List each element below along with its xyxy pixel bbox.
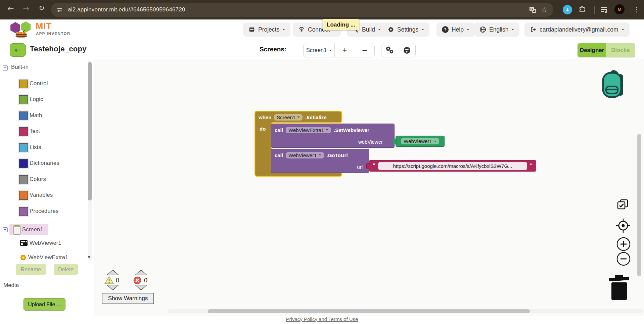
collapse-screen1-icon[interactable] bbox=[3, 227, 8, 232]
show-warnings-button[interactable]: Show Warnings bbox=[102, 293, 154, 304]
upload-file-button[interactable]: Upload File ... bbox=[24, 298, 65, 311]
setwebviewer-component-dropdown[interactable]: WebViewExtra1 bbox=[286, 127, 331, 133]
browser-profile-avatar[interactable]: M bbox=[614, 4, 625, 14]
browser-menu-icon[interactable]: ⋮ bbox=[633, 5, 640, 13]
globe-icon bbox=[479, 26, 486, 33]
gears-icon bbox=[385, 46, 394, 54]
add-screen-button[interactable]: + bbox=[334, 43, 355, 57]
palette-item-control[interactable]: Control bbox=[0, 79, 87, 88]
warnings-scroll-down-button[interactable] bbox=[107, 285, 119, 290]
lists-color-swatch bbox=[19, 143, 28, 152]
screen-selector-dropdown[interactable]: Screen1 bbox=[304, 43, 334, 57]
palette-item-lists[interactable]: Lists bbox=[0, 143, 87, 152]
trash-icon[interactable] bbox=[608, 274, 630, 300]
webviewer1-label[interactable]: WebViewer1 bbox=[30, 240, 61, 246]
language-menu-button[interactable]: English bbox=[474, 22, 519, 37]
avatar-letter: M bbox=[617, 7, 622, 12]
extensions-puzzle-icon[interactable] bbox=[578, 5, 586, 13]
warnings-scroll-up-button[interactable] bbox=[107, 270, 119, 275]
screens-label: Screens: bbox=[260, 46, 286, 53]
site-settings-icon[interactable] bbox=[56, 6, 63, 13]
palette-item-math[interactable]: Math bbox=[0, 111, 87, 120]
palette-item-logic[interactable]: Logic bbox=[0, 95, 87, 104]
language-label: English bbox=[489, 26, 508, 33]
arrange-blocks-icon[interactable] bbox=[617, 198, 629, 211]
palette-item-colors[interactable]: Colors bbox=[0, 175, 87, 184]
gotourl-component-dropdown[interactable]: WebViewer1 bbox=[286, 152, 324, 158]
url-text: ai2.appinventor.mit.edu/#646565095964672… bbox=[68, 6, 185, 13]
app-toolbar: MIT APP INVENTOR Projects Connect bbox=[0, 19, 644, 40]
remove-screen-button[interactable]: − bbox=[355, 43, 374, 57]
publish-globe-icon bbox=[403, 46, 411, 54]
built-in-section-label: Built-in bbox=[11, 64, 29, 70]
webviewextra1-tree-item[interactable] bbox=[19, 254, 27, 263]
errors-scroll-up-button[interactable] bbox=[135, 270, 147, 275]
publish-to-gallery-button[interactable] bbox=[398, 43, 415, 57]
projects-menu-button[interactable]: Projects bbox=[243, 22, 290, 37]
call-keyword: call bbox=[275, 152, 283, 158]
when-block-header: when Screen1 .Initialize bbox=[259, 112, 327, 122]
app-inventor-window: ← → ↻ ai2.appinventor.mit.edu/#646565095… bbox=[0, 0, 644, 324]
center-blocks-target-icon[interactable] bbox=[615, 218, 631, 233]
palette-item-variables[interactable]: Variables bbox=[0, 191, 87, 200]
privacy-policy-link[interactable]: Privacy Policy and Terms of Use bbox=[286, 316, 358, 322]
address-bar[interactable]: ai2.appinventor.mit.edu/#646565095964672… bbox=[51, 3, 553, 17]
when-component-dropdown[interactable]: Screen1 bbox=[274, 114, 303, 121]
sidebar-scroll-down-icon[interactable]: ▼ bbox=[88, 255, 90, 259]
browser-back-icon[interactable]: ← bbox=[5, 4, 16, 13]
text-color-swatch bbox=[19, 127, 28, 136]
help-label: Help bbox=[452, 26, 464, 33]
do-label: do bbox=[260, 126, 266, 132]
projects-label: Projects bbox=[258, 26, 279, 33]
settings-label: Settings bbox=[397, 26, 418, 33]
zoom-out-icon[interactable] bbox=[616, 251, 631, 266]
gotourl-method-name: .GoToUrl bbox=[327, 152, 348, 158]
webviewer1-dropdown[interactable]: WebViewer1 bbox=[401, 138, 439, 144]
collapse-built-in-icon[interactable] bbox=[3, 65, 8, 71]
url-text-string-block[interactable]: " https://script.google.com/macros/s/AKf… bbox=[369, 160, 536, 172]
blocks-canvas[interactable]: when Screen1 .Initialize do call WebView… bbox=[94, 59, 644, 316]
translate-icon[interactable]: G bbox=[529, 6, 536, 13]
download-icon[interactable]: ↓ bbox=[563, 5, 572, 14]
browser-reload-icon[interactable]: ↻ bbox=[36, 4, 47, 12]
webviewextra1-label[interactable]: WebViewExtra1 bbox=[28, 254, 68, 261]
canvas-horizontal-scrollbar-thumb[interactable] bbox=[208, 309, 530, 313]
caret-down-icon bbox=[282, 29, 285, 32]
blocks-palette-sidebar: Built-in Control Logic Math Text Lists D… bbox=[0, 59, 94, 316]
webviewer1-component-block[interactable]: WebViewer1 bbox=[396, 136, 445, 147]
call-setwebviewer-block[interactable]: call WebViewExtra1 .SetWebviewer webView… bbox=[271, 124, 395, 148]
caret-down-icon bbox=[329, 50, 332, 52]
designer-view-button[interactable]: Designer bbox=[578, 43, 606, 57]
project-properties-button[interactable] bbox=[381, 43, 398, 57]
url-text-field[interactable]: https://script.google.com/macros/s/AKfyc… bbox=[378, 162, 527, 170]
screen-selector-value: Screen1 bbox=[306, 47, 327, 53]
settings-menu-button[interactable]: Settings bbox=[382, 22, 429, 37]
when-event-name: .Initialize bbox=[305, 114, 326, 120]
delete-button[interactable]: Delete bbox=[54, 264, 78, 275]
call-gotourl-block[interactable]: call WebViewer1 .GoToUrl url bbox=[271, 149, 369, 173]
palette-item-procedures[interactable]: Procedures bbox=[0, 207, 87, 216]
backpack-icon[interactable] bbox=[601, 69, 626, 100]
screen1-label[interactable]: Screen1 bbox=[22, 226, 43, 233]
errors-scroll-down-button[interactable] bbox=[135, 285, 147, 290]
screen-controls-group: Screen1 + − bbox=[303, 43, 375, 57]
rename-button[interactable]: Rename bbox=[16, 264, 46, 275]
sidebar-scrollbar-thumb[interactable] bbox=[88, 62, 92, 200]
help-menu-button[interactable]: ? Help bbox=[436, 22, 475, 37]
account-menu-button[interactable]: cardaplandelivery@gmail.com bbox=[524, 22, 630, 37]
control-color-swatch bbox=[19, 80, 28, 88]
bookmark-star-icon[interactable]: ☆ bbox=[541, 6, 547, 14]
blocks-view-button[interactable]: Blocks bbox=[606, 43, 635, 57]
palette-label: Text bbox=[30, 128, 40, 134]
back-to-projects-button[interactable]: ← bbox=[10, 43, 26, 57]
media-playlist-icon[interactable] bbox=[600, 5, 608, 14]
palette-item-dictionaries[interactable]: Dictionaries bbox=[0, 159, 87, 168]
browser-forward-icon[interactable]: → bbox=[21, 4, 32, 13]
zoom-in-icon[interactable] bbox=[616, 237, 631, 251]
palette-item-text[interactable]: Text bbox=[0, 127, 87, 136]
dictionaries-color-swatch bbox=[19, 159, 28, 168]
canvas-vertical-scrollbar[interactable] bbox=[637, 134, 641, 276]
warning-count: 0 bbox=[116, 277, 119, 284]
canvas-horizontal-scrollbar-track[interactable] bbox=[168, 309, 643, 313]
webviewer1-tree-item[interactable] bbox=[20, 240, 28, 247]
